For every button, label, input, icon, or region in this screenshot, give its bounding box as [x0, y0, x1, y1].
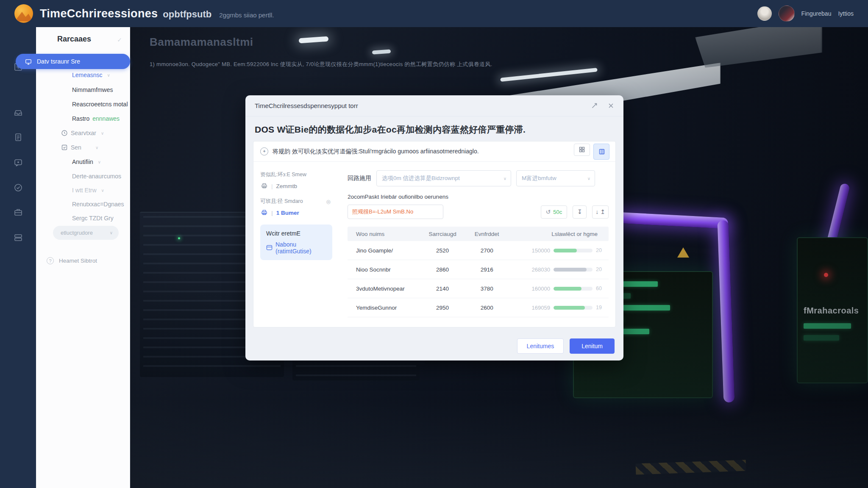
sidebar-select[interactable]: etluctgrudore ∨	[53, 226, 119, 240]
cell-value-2: 2916	[465, 266, 509, 273]
page-description: 1) mmonoe3on. Qudogece" MB. Eem:5922006 …	[150, 61, 492, 68]
cell-value-3: 268030	[532, 266, 550, 273]
username-link[interactable]: Iyttios	[838, 10, 854, 17]
progress-tail: 20	[596, 247, 604, 253]
briefcase-icon[interactable]	[14, 208, 23, 217]
dialog-right-panel: 回路施用 选项0m 信进选算是Bidzrownpt ∨ M富进bmfutw ∨ …	[337, 162, 615, 317]
group2-value-row[interactable]: | 1 Bumer	[261, 209, 332, 216]
printer-icon	[261, 183, 268, 189]
top-navigation-bar: TimeCchrireessiones opbtfpsutb 2ggmbs si…	[0, 0, 868, 27]
product-name-secondary: opbtfpsutb	[163, 9, 211, 20]
product-name: TimeCchrireessiones	[40, 7, 158, 20]
chevron-down-icon: ∨	[95, 145, 98, 150]
brand-logo-icon[interactable]	[14, 4, 33, 23]
grid-view-toggle[interactable]	[574, 144, 590, 156]
dialog-title: TimeChcrilressesdspennesypput torr	[255, 102, 358, 109]
sidebar-item-searvtxar[interactable]: Searvtxar ∨	[61, 130, 104, 136]
route-select[interactable]: 选项0m 信进选算是Bidzrownpt ∨	[376, 170, 511, 186]
card-value: Nabonu (ratimtGutise)	[275, 241, 326, 255]
selected-target-card[interactable]: Wcitr eretmE Nabonu (ratimtGutise)	[260, 225, 332, 260]
sidebar-item-renutxxac[interactable]: Renutxxac=Dgnaes	[72, 201, 124, 208]
table-view-toggle[interactable]	[593, 144, 609, 160]
arrow-down-icon: ↓	[595, 208, 598, 215]
sidebar-item-sergc[interactable]: Sergc TZDt Gry	[72, 215, 114, 222]
sidebar-item-anutifiin[interactable]: Anutifiin ∨	[72, 158, 101, 165]
chevron-down-icon: ∨	[107, 73, 110, 78]
arrow-up-icon: ↥	[600, 208, 605, 215]
cell-value-1: 2950	[420, 305, 465, 311]
sidebar-item-derte[interactable]: Derte-anaurcumos	[72, 173, 121, 180]
arrow-down-icon: ↧	[577, 208, 582, 215]
progress-bar	[554, 268, 593, 272]
icon-rail	[0, 27, 36, 488]
cell-name: YemdiseGunnor	[348, 305, 420, 311]
result-table: Woo nuims Sarrciaugd Evnfrddet Lslawlēct…	[348, 227, 609, 317]
page-header: Bamamamanasltmi 1) mmonoe3on. Qudogece" …	[150, 36, 492, 68]
progress-tail: 20	[596, 266, 604, 272]
chat-icon[interactable]	[14, 158, 23, 167]
sidebar-item-nimmamfmwes[interactable]: Nimmamfmwes	[72, 86, 113, 93]
table-row[interactable]: Nioo Socnnbr 2860 2916 268030 20	[348, 260, 609, 279]
cell-value-3: 150000	[532, 247, 550, 254]
sidebar-item-iwtt-etrw[interactable]: I wtt Etrw ∨	[72, 187, 104, 194]
cell-name: 3vdutoMetivnopear	[348, 286, 420, 292]
chevron-down-icon: ∨	[101, 188, 104, 193]
username-link[interactable]: Fingurebau	[801, 10, 832, 17]
help-icon: ?	[47, 257, 54, 264]
sidebar-item-sen[interactable]: Sen ∨	[61, 144, 98, 151]
zoom-hint-text: 2ocomPaskt Iriebár oufionilbo oerunens	[348, 194, 609, 200]
sidebar-item-reascroeetcns[interactable]: Reascroeetcns motal	[72, 101, 128, 108]
refresh-icon: ↺	[546, 208, 551, 215]
table-row[interactable]: Jino Goample/ 2520 2700 150000 20	[348, 241, 609, 260]
info-icon: ✦	[260, 147, 268, 155]
cell-value-3: 169059	[532, 305, 550, 311]
sidebar-title: Rarcaaes	[57, 35, 91, 44]
cell-name: Jino Goample/	[348, 247, 420, 254]
info-bar: ✦ 将规韵 效可职化淡实优河道偏强:Stuli'rmgrácilo gumoos…	[253, 141, 615, 162]
sort-button[interactable]: ↓ ↥	[592, 205, 609, 219]
user-avatar[interactable]	[757, 6, 772, 21]
clock-circle-icon	[61, 130, 68, 136]
confirm-button[interactable]: Lenitum	[570, 338, 615, 354]
check-circle-icon[interactable]	[14, 183, 23, 192]
active-item-label: Datv tsraunr Sre	[37, 58, 80, 65]
cell-value-1: 2520	[420, 247, 465, 254]
monitor-icon	[25, 58, 32, 65]
pattern-input[interactable]: 照规很B=-L2uM SmB.No	[348, 205, 443, 219]
group2-label: 可班且:径 Smdaro ◎	[260, 198, 332, 205]
download-button[interactable]: ↧	[573, 205, 587, 219]
cell-name: Nioo Socnnbr	[348, 266, 420, 273]
cancel-button[interactable]: Lenitumes	[517, 338, 564, 354]
table-row[interactable]: YemdiseGunnor 2950 2600 169059 19	[348, 298, 609, 317]
table-header-row: Woo nuims Sarrciaugd Evnfrddet Lslawlēct…	[348, 227, 609, 241]
close-icon[interactable]	[608, 103, 614, 109]
sidebar-help-item[interactable]: ? Heamet Sibtrot	[47, 257, 97, 264]
mode-select[interactable]: M富进bmfutw ∨	[516, 170, 595, 186]
table-row[interactable]: 3vdutoMetivnopear 2140 3780 160000 60	[348, 279, 609, 298]
user-avatar[interactable]	[779, 6, 795, 22]
chevron-down-icon: ∨	[101, 131, 104, 136]
cell-value-1: 2860	[420, 266, 465, 273]
dialog-header: TimeChcrilressesdspennesypput torr	[245, 95, 623, 116]
sidebar-item-active[interactable]: Datv tsraunr Sre	[16, 54, 130, 69]
progress-tail: 19	[596, 305, 604, 311]
inbox-icon[interactable]	[14, 108, 23, 117]
sidebar-nav: Rarcaaes ✓ Lemeasnsc ∨ Nimmamfmwes Reasc…	[36, 27, 130, 488]
printer-icon	[261, 209, 268, 216]
cell-value-1: 2140	[420, 286, 465, 292]
document-icon[interactable]	[14, 133, 23, 142]
sidebar-item-rastro[interactable]: Rastroennnawes	[72, 115, 120, 122]
progress-bar	[554, 249, 593, 252]
refresh-button[interactable]: ↺ 50c	[541, 205, 568, 219]
app-root: asoemt fMrahacroals Bamamamanasltmi 1) m…	[0, 0, 868, 488]
cell-value-2: 2600	[465, 305, 509, 311]
loop-icon[interactable]: ◎	[326, 199, 331, 205]
cell-value-2: 3780	[465, 286, 509, 292]
route-label: 回路施用	[348, 175, 371, 182]
group1-value-row[interactable]: | Zemmtb	[261, 183, 332, 189]
group1-label: 资似乱:环϶:E Smew	[260, 171, 332, 178]
expand-icon[interactable]	[591, 103, 598, 109]
server-icon[interactable]	[14, 233, 23, 242]
brand-block: TimeCchrireessiones opbtfpsutb 2ggmbs si…	[40, 7, 274, 20]
sidebar-item-lemeasnsc[interactable]: Lemeasnsc ∨	[72, 72, 110, 78]
